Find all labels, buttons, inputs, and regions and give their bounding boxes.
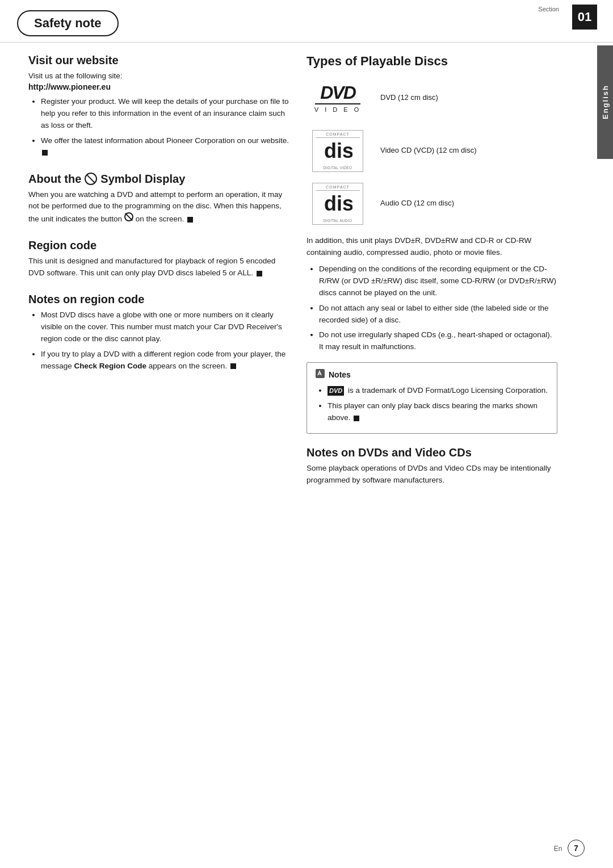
notes-dvds-body: Some playback operations of DVDs and Vid… — [306, 463, 557, 487]
symbol-display-body: When you are watching a DVD and attempt … — [28, 189, 289, 226]
cd-compact-label: COMPACT — [316, 185, 360, 191]
list-item: DVD is a trademark of DVD Format/Logo Li… — [328, 385, 549, 397]
vcd-compact-label: COMPACT — [316, 132, 360, 138]
region-code-heading: Region code — [28, 239, 289, 252]
vcd-disc-svg: disc — [323, 140, 352, 165]
visit-website-bullets: Register your product. We will keep the … — [28, 96, 289, 159]
list-item: Depending on the conditions of the recor… — [319, 263, 557, 299]
notes-box: Notes DVD is a trademark of DVD Format/L… — [306, 362, 557, 434]
notes-pencil-icon — [315, 368, 325, 380]
notes-region-code-heading: Notes on region code — [28, 293, 289, 306]
end-marker — [187, 217, 193, 223]
right-column: Types of Playable Discs DVD V I D E O DV… — [306, 54, 579, 487]
notes-box-header: Notes — [315, 368, 549, 380]
end-marker — [354, 416, 359, 421]
svg-text:disc: disc — [324, 192, 352, 215]
svg-text:disc: disc — [324, 140, 352, 162]
en-label: En — [554, 845, 562, 853]
vcd-disc-description: Video CD (VCD) (12 cm disc) — [380, 145, 477, 156]
website-url: http://www.pioneer.eu — [28, 82, 289, 91]
notes-region-code-section: Notes on region code Most DVD discs have… — [28, 293, 289, 372]
symbol-display-section: About the Symbol Display When you are wa… — [28, 173, 289, 226]
dvd-disc-description: DVD (12 cm disc) — [380, 93, 438, 103]
end-marker — [257, 271, 262, 276]
visit-website-intro: Visit us at the following site: — [28, 70, 289, 82]
vcd-logo: COMPACT disc DIGITAL VIDEO — [312, 130, 363, 172]
main-content: Visit our website Visit us at the follow… — [0, 43, 613, 498]
cd-logo: COMPACT disc DIGITAL AUDIO — [312, 183, 363, 225]
region-code-section: Region code This unit is designed and ma… — [28, 239, 289, 279]
no-symbol-inline-icon — [124, 212, 133, 221]
notes-dvds-heading: Notes on DVDs and Video CDs — [306, 446, 557, 459]
vcd-digital-video-label: DIGITAL VIDEO — [316, 166, 360, 170]
cd-disc-description: Audio CD (12 cm disc) — [380, 198, 454, 208]
dvd-trademark-logo: DVD — [328, 386, 344, 396]
section-label: Section — [538, 6, 559, 12]
list-item: This player can only play back discs bea… — [328, 400, 549, 424]
notes-region-code-bullets: Most DVD discs have a globe with one or … — [28, 309, 289, 372]
end-marker — [42, 150, 48, 156]
visit-website-section: Visit our website Visit us at the follow… — [28, 54, 289, 159]
language-sidebar: English — [597, 45, 613, 159]
dvd-video-text: V I D E O — [314, 106, 361, 113]
cd-disc-area: disc — [316, 192, 360, 217]
disc-bullets: Depending on the conditions of the recor… — [306, 263, 557, 353]
notes-dvds-section: Notes on DVDs and Video CDs Some playbac… — [306, 446, 557, 487]
safety-note-badge: Safety note — [17, 10, 119, 36]
cd-logo-box: COMPACT disc DIGITAL AUDIO — [306, 182, 369, 225]
vcd-disc-item: COMPACT disc DIGITAL VIDEO Video CD (VCD… — [306, 129, 557, 172]
vcd-logo-box: COMPACT disc DIGITAL VIDEO — [306, 129, 369, 172]
types-of-discs-section: Types of Playable Discs DVD V I D E O DV… — [306, 54, 557, 353]
section-number: 01 — [572, 5, 597, 30]
dvd-logo: DVD V I D E O — [314, 83, 361, 113]
symbol-display-heading: About the Symbol Display — [28, 173, 289, 186]
list-item: Register your product. We will keep the … — [41, 96, 289, 132]
end-marker — [230, 363, 236, 369]
list-item: Do not attach any seal or label to eithe… — [319, 303, 557, 326]
cd-digital-audio-label: DIGITAL AUDIO — [316, 219, 360, 223]
additional-disc-text: In addition, this unit plays DVD±R, DVD±… — [306, 235, 557, 259]
visit-website-heading: Visit our website — [28, 54, 289, 67]
safety-note-title: Safety note — [34, 16, 102, 30]
list-item: Most DVD discs have a globe with one or … — [41, 309, 289, 345]
language-label: English — [601, 85, 610, 120]
page-number: 7 — [568, 840, 585, 857]
cd-disc-svg: disc — [323, 192, 352, 217]
list-item: If you try to play a DVD with a differen… — [41, 349, 289, 372]
dvd-logo-box: DVD V I D E O — [306, 77, 369, 119]
types-of-discs-heading: Types of Playable Discs — [306, 54, 557, 69]
left-column: Visit our website Visit us at the follow… — [28, 54, 289, 487]
vcd-disc-area: disc — [316, 140, 360, 165]
list-item: We offer the latest information about Pi… — [41, 135, 289, 159]
dvd-text: DVD — [314, 83, 361, 102]
dvd-disc-item: DVD V I D E O DVD (12 cm disc) — [306, 77, 557, 119]
region-code-body: This unit is designed and manufactured f… — [28, 255, 289, 279]
notes-box-bullets: DVD is a trademark of DVD Format/Logo Li… — [315, 385, 549, 424]
check-region-code-bold: Check Region Code — [74, 362, 147, 370]
list-item: Do not use irregularly shaped CDs (e.g.,… — [319, 329, 557, 353]
cd-disc-item: COMPACT disc DIGITAL AUDIO Audio CD (12 … — [306, 182, 557, 225]
page-footer: En 7 — [554, 840, 585, 857]
page-header: Safety note Section 01 — [0, 0, 613, 43]
no-symbol-icon — [85, 173, 97, 185]
